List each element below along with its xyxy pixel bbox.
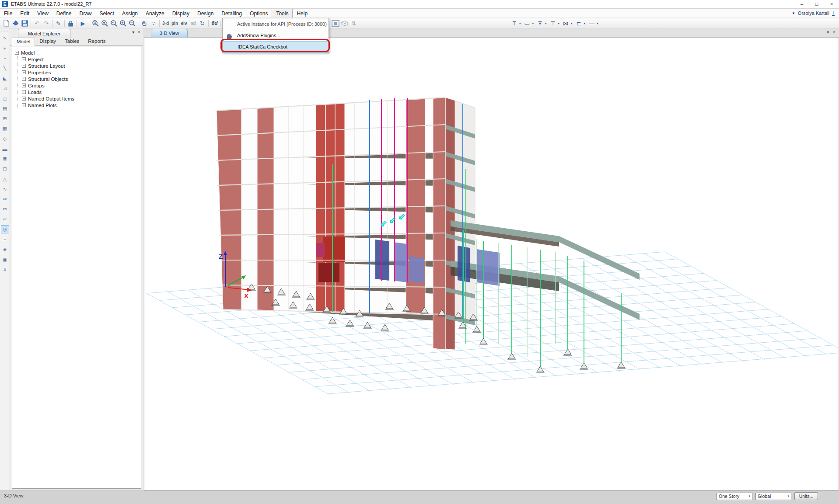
view-close-icon[interactable]: × — [833, 30, 836, 35]
menu-item-active-instance[interactable]: Active instance for API (Process ID: 300… — [223, 18, 329, 30]
view-tab-3d[interactable]: 3-D View — [151, 29, 188, 37]
menu-help[interactable]: Help — [293, 9, 311, 17]
draw-grid-icon[interactable]: ≣ — [1, 155, 9, 163]
model-explorer-tab[interactable]: Model Explorer — [18, 29, 70, 38]
chevron-down-icon[interactable]: ▾ — [558, 22, 560, 25]
coordinate-system-selector[interactable]: Global ▾ — [755, 493, 791, 500]
expand-icon[interactable]: + — [22, 77, 26, 81]
menu-display[interactable]: Display — [168, 9, 193, 17]
chevron-down-icon[interactable]: ▾ — [545, 22, 547, 25]
clear-selection-icon[interactable]: clr — [1, 215, 9, 223]
chevron-down-icon[interactable]: ▾ — [532, 22, 534, 25]
menu-options[interactable]: Options — [246, 9, 272, 17]
close-button[interactable]: × — [824, 0, 839, 8]
perspective-glasses-icon[interactable]: 6d — [210, 19, 219, 28]
tree-item-structural-objects[interactable]: + Structural Objects — [22, 76, 141, 82]
walk-through-icon[interactable]: ∵ — [149, 19, 158, 28]
menu-tools[interactable]: Tools — [272, 9, 293, 17]
previous-selection-icon[interactable]: PS — [1, 205, 9, 213]
menu-draw[interactable]: Draw — [76, 9, 96, 17]
tree-item-named-plots[interactable]: + Named Plots — [22, 102, 141, 108]
tab-reports[interactable]: Reports — [84, 38, 110, 45]
select-pointer-icon[interactable]: ↖ — [1, 34, 9, 42]
edit-pencil-icon[interactable]: ✎ — [54, 19, 63, 28]
previous-zoom-icon[interactable] — [109, 19, 118, 28]
chevron-down-icon[interactable]: ▾ — [584, 22, 586, 25]
zoom-in-icon[interactable] — [118, 19, 127, 28]
units-button[interactable]: Units... — [794, 492, 818, 500]
tree-item-groups[interactable]: + Groups — [22, 82, 141, 89]
menu-view[interactable]: View — [33, 9, 52, 17]
truss-display-toggle-icon[interactable]: ⋈ — [561, 19, 570, 28]
tree-item-structure-layout[interactable]: + Structure Layout — [22, 63, 141, 69]
zoom-out-icon[interactable] — [127, 19, 136, 28]
resize-view-icon[interactable]: ⇅ — [349, 19, 358, 28]
draw-brace-icon[interactable]: △ — [1, 175, 9, 183]
lock-icon[interactable] — [66, 19, 75, 28]
expand-icon[interactable]: + — [22, 90, 26, 94]
collapse-tool-icon[interactable]: ⊟ — [1, 165, 9, 173]
menu-define[interactable]: Define — [52, 9, 76, 17]
collapse-icon[interactable]: − — [15, 51, 19, 55]
minimize-button[interactable]: – — [794, 0, 809, 8]
menu-item-idea-statica-checkbot[interactable]: IDEA StatiCa Checkbot — [223, 41, 329, 52]
undo-icon[interactable]: ↶ — [32, 19, 42, 28]
view-menu-icon[interactable]: ▾ — [827, 30, 829, 35]
spandrel-label-toggle-icon[interactable]: ⊤ — [549, 19, 558, 28]
story-selector[interactable]: One Story ▾ — [717, 493, 752, 500]
tab-display[interactable]: Display — [35, 38, 60, 45]
rotate-view-icon[interactable]: ↻ — [198, 19, 207, 28]
expand-icon[interactable]: + — [22, 70, 26, 74]
expand-icon[interactable]: + — [22, 103, 26, 107]
menu-detailing[interactable]: Detailing — [217, 9, 246, 17]
quick-draw-brace-icon[interactable]: ⊿ — [1, 84, 9, 93]
tree-item-properties[interactable]: + Properties — [22, 69, 141, 76]
snap-lattice-icon[interactable]: # — [1, 265, 9, 274]
draw-joint-icon[interactable]: ∘ — [1, 54, 9, 63]
frame-label-toggle-icon[interactable]: T — [510, 19, 519, 28]
view-nd-button[interactable]: nd — [189, 19, 198, 28]
view-3d-button[interactable]: 3-d — [161, 19, 170, 28]
explorer-menu-icon[interactable]: ▾ — [132, 30, 134, 35]
object-shrink-icon[interactable] — [331, 19, 340, 28]
redo-icon[interactable]: ↷ — [42, 19, 51, 28]
expand-icon[interactable]: + — [22, 64, 26, 68]
line-display-toggle-icon[interactable]: — — [587, 19, 596, 28]
edit-grid-icon[interactable]: Ξ — [1, 235, 9, 243]
draw-frame-icon[interactable]: ╲ — [1, 64, 9, 73]
save-icon[interactable] — [20, 19, 29, 28]
snap-intersection-icon[interactable]: ◈ — [1, 245, 9, 254]
menu-design[interactable]: Design — [193, 9, 217, 17]
tree-item-project[interactable]: + Project — [22, 56, 141, 63]
chevron-down-icon[interactable]: ▾ — [571, 22, 573, 25]
menu-assign[interactable]: Assign — [118, 9, 142, 17]
maximize-button[interactable]: □ — [809, 0, 824, 8]
rubber-band-zoom-icon[interactable] — [91, 19, 100, 28]
run-analysis-icon[interactable]: ▶ — [78, 19, 87, 28]
snap-target-icon[interactable]: ◎ — [1, 225, 9, 233]
chevron-down-icon[interactable]: ▾ — [519, 22, 521, 25]
user-account[interactable]: ▼ Orsolya Kartali ↓ — [792, 9, 839, 17]
section-display-toggle-icon[interactable]: ⊏ — [574, 19, 584, 28]
extruded-view-icon[interactable] — [340, 19, 349, 28]
menu-file[interactable]: File — [0, 9, 16, 17]
quick-draw-frame-icon[interactable]: ◣ — [1, 74, 9, 83]
explorer-close-icon[interactable]: × — [138, 30, 140, 35]
menu-edit[interactable]: Edit — [16, 9, 33, 17]
draw-link-icon[interactable]: ◇ — [1, 135, 9, 143]
select-all-icon[interactable]: all — [1, 195, 9, 203]
reshape-object-icon[interactable]: + — [1, 44, 9, 52]
snap-fine-grid-icon[interactable]: ▣ — [1, 255, 9, 264]
quick-draw-shell-icon[interactable]: ⊞ — [1, 115, 9, 123]
view-plan-button[interactable]: pln — [170, 19, 179, 28]
menu-select[interactable]: Select — [96, 9, 118, 17]
download-icon[interactable]: ↓ — [832, 10, 835, 16]
menu-item-add-show-plugins[interactable]: Add/Show Plugins... — [223, 30, 329, 41]
menu-analyze[interactable]: Analyze — [142, 9, 168, 17]
open-model-icon[interactable] — [11, 19, 20, 28]
pan-hand-icon[interactable] — [140, 19, 149, 28]
tree-item-loads[interactable]: + Loads — [22, 89, 141, 95]
draw-shell-icon[interactable]: □ — [1, 94, 9, 103]
tree-item-named-output-items[interactable]: + Named Output Items — [22, 95, 141, 102]
area-display-toggle-icon[interactable]: ▭ — [523, 19, 532, 28]
